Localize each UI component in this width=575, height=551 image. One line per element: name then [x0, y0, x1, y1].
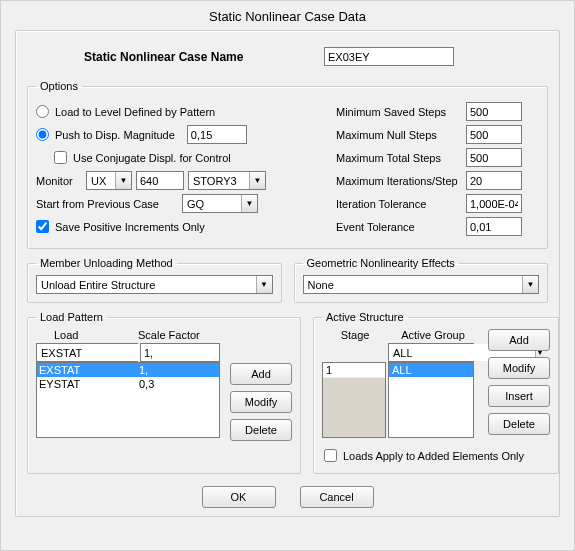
monitor-story-value[interactable] [189, 172, 249, 189]
event-tol-label: Event Tolerance [336, 221, 466, 233]
radio-push-to-disp-label: Push to Disp. Magnitude [55, 129, 175, 141]
member-unloading-group: Member Unloading Method ▼ [27, 257, 282, 303]
as-modify-button[interactable]: Modify [488, 357, 550, 379]
check-use-conjugate-label: Use Conjugate Displ. for Control [73, 152, 231, 164]
load-pattern-legend: Load Pattern [36, 311, 107, 323]
list-item[interactable]: ALL [389, 363, 473, 377]
start-from-label: Start from Previous Case [36, 198, 176, 210]
iter-tol-input[interactable] [466, 194, 522, 213]
min-saved-label: Minimum Saved Steps [336, 106, 466, 118]
monitor-value-input[interactable] [136, 171, 184, 190]
outer-frame: Static Nonlinear Case Name Options Load … [15, 30, 560, 517]
geometric-nonlinearity-combo[interactable]: ▼ [303, 275, 540, 294]
max-null-input[interactable] [466, 125, 522, 144]
ok-button[interactable]: OK [202, 486, 276, 508]
radio-load-to-level[interactable] [36, 105, 49, 118]
lp-item-load: EXSTAT [39, 364, 139, 376]
active-structure-legend: Active Structure [322, 311, 408, 323]
check-use-conjugate[interactable] [54, 151, 67, 164]
as-add-button[interactable]: Add [488, 329, 550, 351]
min-saved-input[interactable] [466, 102, 522, 121]
monitor-dof-value[interactable] [87, 172, 115, 189]
iter-tol-label: Iteration Tolerance [336, 198, 466, 210]
as-delete-button[interactable]: Delete [488, 413, 550, 435]
as-group-combo[interactable]: ▼ [388, 343, 474, 362]
max-null-label: Maximum Null Steps [336, 129, 466, 141]
start-from-combo[interactable]: ▼ [182, 194, 258, 213]
lp-delete-button[interactable]: Delete [230, 419, 292, 441]
options-left: Load to Level Defined by Pattern Push to… [36, 98, 326, 240]
monitor-story-combo[interactable]: ▼ [188, 171, 266, 190]
member-unloading-value[interactable] [37, 276, 256, 293]
geometric-nonlinearity-legend: Geometric Nonlinearity Effects [303, 257, 459, 269]
lp-item-scale: 1, [139, 364, 148, 376]
lp-head-scale: Scale Factor [138, 329, 218, 341]
geometric-nonlinearity-group: Geometric Nonlinearity Effects ▼ [294, 257, 549, 303]
max-iter-label: Maximum Iterations/Step [336, 175, 466, 187]
as-head-group: Active Group [388, 329, 478, 341]
lp-add-button[interactable]: Add [230, 363, 292, 385]
geometric-nonlinearity-value[interactable] [304, 276, 523, 293]
load-pattern-group: Load Pattern Load Scale Factor ▼ [27, 311, 301, 474]
member-unloading-combo[interactable]: ▼ [36, 275, 273, 294]
options-legend: Options [36, 80, 82, 92]
dialog-window: Static Nonlinear Case Data Static Nonlin… [0, 0, 575, 551]
lp-item-load: EYSTAT [39, 378, 139, 390]
cancel-button[interactable]: Cancel [300, 486, 374, 508]
chevron-down-icon[interactable]: ▼ [115, 172, 131, 189]
check-save-positive[interactable] [36, 220, 49, 233]
case-name-label: Static Nonlinear Case Name [84, 50, 324, 64]
as-insert-button[interactable]: Insert [488, 385, 550, 407]
list-item[interactable]: 1 [323, 363, 385, 378]
chevron-down-icon[interactable]: ▼ [256, 276, 272, 293]
active-structure-group: Active Structure Stage Active Group ▼ [313, 311, 559, 474]
lp-scale-input[interactable] [140, 343, 220, 362]
lp-load-combo[interactable]: ▼ [36, 343, 138, 362]
lp-head-load: Load [36, 329, 138, 341]
max-iter-input[interactable] [466, 171, 522, 190]
case-name-input[interactable] [324, 47, 454, 66]
radio-push-to-disp[interactable] [36, 128, 49, 141]
chevron-down-icon[interactable]: ▼ [522, 276, 538, 293]
event-tol-input[interactable] [466, 217, 522, 236]
start-from-value[interactable] [183, 195, 241, 212]
check-loads-apply[interactable] [324, 449, 337, 462]
check-loads-apply-label: Loads Apply to Added Elements Only [343, 450, 524, 462]
as-head-stage: Stage [322, 329, 388, 341]
list-item[interactable]: EXSTAT 1, [37, 363, 219, 377]
list-item[interactable]: EYSTAT 0,3 [37, 377, 219, 391]
check-save-positive-label: Save Positive Increments Only [55, 221, 205, 233]
case-name-row: Static Nonlinear Case Name [24, 41, 551, 76]
chevron-down-icon[interactable]: ▼ [241, 195, 257, 212]
radio-load-to-level-label: Load to Level Defined by Pattern [55, 106, 215, 118]
max-total-input[interactable] [466, 148, 522, 167]
lp-listbox[interactable]: EXSTAT 1, EYSTAT 0,3 [36, 362, 220, 438]
max-total-label: Maximum Total Steps [336, 152, 466, 164]
push-magnitude-input[interactable] [187, 125, 247, 144]
options-right: Minimum Saved Steps Maximum Null Steps M… [336, 98, 539, 240]
chevron-down-icon[interactable]: ▼ [249, 172, 265, 189]
options-group: Options Load to Level Defined by Pattern… [27, 80, 548, 249]
as-stage-listbox[interactable]: 1 [322, 362, 386, 438]
lp-item-scale: 0,3 [139, 378, 154, 390]
monitor-dof-combo[interactable]: ▼ [86, 171, 132, 190]
dialog-title: Static Nonlinear Case Data [1, 1, 574, 30]
as-group-listbox[interactable]: ALL [388, 362, 474, 438]
lp-modify-button[interactable]: Modify [230, 391, 292, 413]
member-unloading-legend: Member Unloading Method [36, 257, 177, 269]
monitor-label: Monitor [36, 175, 80, 187]
